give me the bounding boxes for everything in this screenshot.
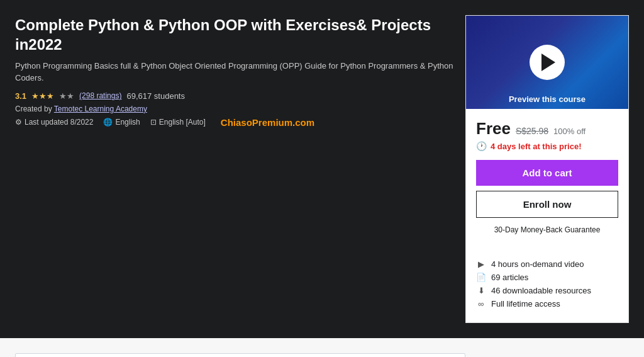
ratings-link[interactable]: (298 ratings) bbox=[79, 91, 121, 100]
price-row: Free S$25.98 100% off bbox=[476, 119, 618, 139]
course-subtitle: Python Programming Basics full & Python … bbox=[15, 60, 455, 83]
clock-icon: 🕐 bbox=[476, 141, 487, 151]
timer-text: 4 days left at this price! bbox=[491, 142, 582, 151]
play-icon bbox=[541, 54, 555, 71]
price-original: S$25.98 bbox=[516, 126, 548, 136]
students-count: 69,617 students bbox=[126, 91, 185, 101]
language-label: English bbox=[115, 118, 140, 127]
include-lifetime-text: Full lifetime access bbox=[491, 299, 560, 309]
content-area: What you'll learn ✓ Python IDES : how to… bbox=[0, 338, 480, 357]
learn-box: What you'll learn ✓ Python IDES : how to… bbox=[15, 353, 465, 357]
globe-icon: 🌐 bbox=[103, 118, 113, 127]
hero-left: Complete Python & Python OOP with Exerci… bbox=[15, 15, 465, 323]
preview-label: Preview this course bbox=[466, 94, 628, 104]
include-video-text: 4 hours on-demand video bbox=[491, 259, 584, 269]
include-lifetime: ∞ Full lifetime access bbox=[476, 299, 618, 309]
video-icon: ▶ bbox=[476, 259, 486, 269]
caption-icon: ⊡ bbox=[150, 118, 157, 127]
include-downloads: ⬇ 46 downloadable resources bbox=[476, 286, 618, 295]
creator-link[interactable]: Temotec Learning Academy bbox=[54, 105, 147, 113]
rating-row: 3.1 ★★★★★ (298 ratings) 69,617 students bbox=[15, 91, 455, 101]
sidebar-spacer bbox=[480, 338, 644, 357]
price-free: Free bbox=[476, 119, 511, 139]
guarantee-text: 30-Day Money-Back Guarantee bbox=[476, 225, 618, 234]
sidebar-body: Free S$25.98 100% off 🕐 4 days left at t… bbox=[466, 109, 628, 322]
meta-caption: ⊡ English [Auto] bbox=[150, 118, 206, 127]
play-button[interactable] bbox=[530, 45, 565, 80]
created-label: Created by bbox=[15, 105, 52, 113]
include-articles-text: 69 articles bbox=[491, 273, 528, 282]
course-thumbnail[interactable]: Preview this course bbox=[466, 16, 628, 109]
price-off: 100% off bbox=[553, 127, 586, 136]
add-to-cart-button[interactable]: Add to cart bbox=[476, 160, 618, 186]
hero-section: Complete Python & Python OOP with Exerci… bbox=[0, 0, 644, 338]
include-articles: 📄 69 articles bbox=[476, 273, 618, 282]
course-sidebar: Preview this course Free S$25.98 100% of… bbox=[465, 15, 629, 323]
meta-row: ⚙ Last updated 8/2022 🌐 English ⊡ Englis… bbox=[15, 117, 455, 128]
created-row: Created by Temotec Learning Academy bbox=[15, 105, 455, 113]
article-icon: 📄 bbox=[476, 273, 486, 282]
page-wrapper: Complete Python & Python OOP with Exerci… bbox=[0, 0, 644, 357]
settings-icon: ⚙ bbox=[15, 118, 22, 127]
include-video: ▶ 4 hours on-demand video bbox=[476, 259, 618, 269]
caption-label: English [Auto] bbox=[159, 118, 206, 127]
meta-updated: ⚙ Last updated 8/2022 bbox=[15, 118, 93, 127]
star-empty-icons: ★★ bbox=[59, 91, 74, 101]
last-updated: Last updated 8/2022 bbox=[25, 118, 93, 127]
meta-language: 🌐 English bbox=[103, 118, 140, 127]
includes-title: This course includes: bbox=[476, 243, 618, 253]
enroll-now-button[interactable]: Enroll now bbox=[476, 191, 618, 218]
watermark: ChiasoPremium.com bbox=[221, 117, 314, 128]
star-icons: ★★★ bbox=[31, 91, 54, 101]
timer-row: 🕐 4 days left at this price! bbox=[476, 141, 618, 151]
course-title: Complete Python & Python OOP with Exerci… bbox=[15, 15, 455, 54]
main-layout: What you'll learn ✓ Python IDES : how to… bbox=[0, 338, 644, 357]
include-downloads-text: 46 downloadable resources bbox=[491, 286, 591, 295]
includes-list: ▶ 4 hours on-demand video 📄 69 articles … bbox=[476, 259, 618, 309]
rating-number: 3.1 bbox=[15, 91, 26, 101]
download-icon: ⬇ bbox=[476, 286, 486, 295]
lifetime-icon: ∞ bbox=[476, 299, 486, 309]
